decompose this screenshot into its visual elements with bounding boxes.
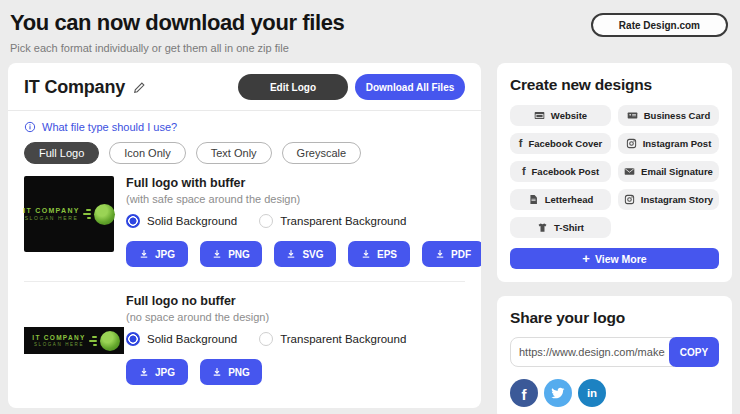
- radio-selected-icon: [126, 332, 140, 346]
- design-type-button[interactable]: Website: [510, 105, 611, 126]
- radio-selected-icon: [126, 214, 140, 228]
- instagram-icon: [626, 138, 637, 149]
- section-full-logo-with-buffer: IT COMPANY SLOGAN HERE Full logo with bu…: [24, 176, 465, 267]
- download-format-buttons: JPG PNG SVG EPS PDF: [126, 241, 481, 267]
- page-title: You can now download your files: [10, 10, 344, 36]
- radio-label: Solid Background: [147, 333, 237, 345]
- section-subtitle: (no space around the design): [126, 311, 465, 323]
- logo-preview-with-buffer: IT COMPANY SLOGAN HERE: [24, 176, 114, 252]
- letterhead-icon: [528, 194, 539, 205]
- radio-label: Transparent Background: [280, 215, 406, 227]
- section-full-logo-no-buffer: IT COMPANY SLOGAN HERE Full logo no buff…: [24, 294, 465, 385]
- download-format-button[interactable]: PNG: [200, 359, 262, 385]
- divider: [24, 281, 465, 282]
- design-type-button[interactable]: Email Signature: [618, 161, 719, 182]
- download-format-buttons: JPG PNG: [126, 359, 465, 385]
- radio-unselected-icon: [259, 214, 273, 228]
- download-icon: [361, 249, 371, 259]
- format-label: PDF: [451, 249, 471, 260]
- design-type-label: Facebook Post: [532, 166, 600, 177]
- design-type-label: Facebook Cover: [528, 138, 602, 149]
- create-new-designs-panel: Create new designs Website Business Card…: [497, 63, 732, 282]
- logo-text: IT COMPANY: [32, 334, 85, 341]
- design-type-label: Email Signature: [641, 166, 713, 177]
- logo-text: IT COMPANY: [23, 207, 79, 214]
- download-format-button[interactable]: JPG: [126, 359, 188, 385]
- page-subtitle: Pick each format individually or get the…: [10, 42, 344, 54]
- format-label: PNG: [228, 367, 250, 378]
- file-type-tab[interactable]: Text Only: [196, 142, 272, 164]
- logo-name-title: IT Company: [24, 77, 125, 98]
- download-icon: [212, 367, 222, 377]
- download-format-button[interactable]: PDF: [422, 241, 481, 267]
- social-share-button[interactable]: f: [510, 379, 538, 407]
- email-icon: [624, 166, 635, 177]
- logo-speed-dashes: [83, 209, 91, 219]
- section-title: Full logo no buffer: [126, 294, 465, 308]
- logo-slogan-text: SLOGAN HERE: [23, 215, 79, 221]
- transparent-background-radio[interactable]: Transparent Background: [259, 214, 406, 228]
- download-format-button[interactable]: EPS: [348, 241, 410, 267]
- design-type-label: Instagram Post: [643, 138, 712, 149]
- plus-icon: +: [582, 252, 590, 265]
- logo-preview-no-buffer: IT COMPANY SLOGAN HERE: [24, 327, 124, 354]
- solid-background-radio[interactable]: Solid Background: [126, 332, 237, 346]
- download-format-button[interactable]: PNG: [200, 241, 262, 267]
- transparent-background-radio[interactable]: Transparent Background: [259, 332, 406, 346]
- download-all-files-button[interactable]: Download All Files: [355, 74, 465, 100]
- share-url-input[interactable]: [510, 337, 674, 367]
- social-share-button[interactable]: [544, 379, 572, 407]
- file-type-tab[interactable]: Icon Only: [109, 142, 185, 164]
- format-label: SVG: [302, 249, 323, 260]
- logo-artwork: IT COMPANY SLOGAN HERE: [32, 331, 115, 351]
- website-icon: [534, 110, 545, 121]
- download-icon: [212, 249, 222, 259]
- edit-name-icon[interactable]: [133, 81, 146, 94]
- file-type-tabs: Full LogoIcon OnlyText OnlyGreyscale: [24, 142, 465, 164]
- section-subtitle: (with safe space around the design): [126, 193, 481, 205]
- page-header: You can now download your files Pick eac…: [0, 0, 740, 54]
- divider: [8, 110, 481, 111]
- design-type-label: T-Shirt: [554, 222, 584, 233]
- download-icon: [139, 249, 149, 259]
- view-more-button[interactable]: + View More: [510, 248, 719, 269]
- copy-url-button[interactable]: COPY: [669, 337, 719, 367]
- radio-label: Solid Background: [147, 215, 237, 227]
- design-type-button[interactable]: f Facebook Cover: [510, 133, 611, 154]
- radio-unselected-icon: [259, 332, 273, 346]
- file-type-tab[interactable]: Full Logo: [24, 142, 99, 164]
- design-type-button[interactable]: f Facebook Post: [510, 161, 611, 182]
- info-icon: [24, 121, 36, 133]
- social-share-button[interactable]: in: [578, 379, 606, 407]
- file-type-tab[interactable]: Greyscale: [282, 142, 362, 164]
- edit-logo-button[interactable]: Edit Logo: [238, 74, 348, 100]
- download-icon: [435, 249, 445, 259]
- design-type-button[interactable]: Letterhead: [510, 189, 611, 210]
- format-label: JPG: [155, 249, 175, 260]
- logo-speed-dashes: [89, 336, 97, 346]
- design-type-button[interactable]: T-Shirt: [510, 217, 611, 238]
- share-panel-title: Share your logo: [510, 309, 719, 327]
- download-format-button[interactable]: SVG: [274, 241, 336, 267]
- design-type-label: Instagram Story: [641, 194, 713, 205]
- download-format-button[interactable]: JPG: [126, 241, 188, 267]
- download-icon: [139, 367, 149, 377]
- design-type-label: Business Card: [644, 110, 711, 121]
- solid-background-radio[interactable]: Solid Background: [126, 214, 237, 228]
- instagram-icon: [624, 194, 635, 205]
- business-card-icon: [627, 110, 638, 121]
- rate-design-button[interactable]: Rate Design.com: [591, 13, 728, 37]
- twitter-icon: [551, 386, 565, 400]
- facebook-icon: f: [522, 383, 527, 403]
- design-type-button[interactable]: Business Card: [618, 105, 719, 126]
- design-type-button[interactable]: Instagram Story: [618, 189, 719, 210]
- logo-ball-icon: [94, 204, 115, 225]
- design-type-grid: Website Business Card f Facebook Cover I…: [510, 105, 719, 238]
- logo-ball-icon: [100, 331, 120, 351]
- file-type-help-link[interactable]: What file type should I use?: [42, 121, 177, 133]
- section-title: Full logo with buffer: [126, 176, 481, 190]
- social-share-row: f in: [510, 379, 719, 407]
- design-type-button[interactable]: Instagram Post: [618, 133, 719, 154]
- download-icon: [286, 249, 296, 259]
- design-type-label: Letterhead: [545, 194, 594, 205]
